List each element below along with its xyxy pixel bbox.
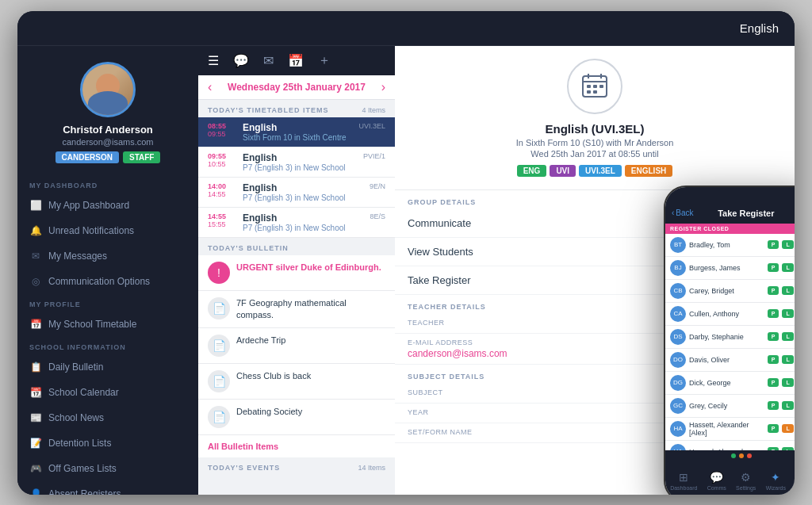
sidebar-item-off-games-lists[interactable]: 🎮 Off Games Lists	[17, 456, 198, 481]
item-subtitle: Sixth Form 10 in Sixth Centre	[243, 133, 347, 142]
avatar	[80, 62, 136, 117]
list-item[interactable]: CB Carey, Bridget P L Ab	[665, 280, 795, 303]
bulletin-text: 7F Geography mathematical compass.	[236, 297, 385, 322]
sidebar-item-label: My School Timetable	[48, 319, 136, 330]
present-btn[interactable]: P	[768, 286, 779, 295]
bulletin-item-1[interactable]: 📄 7F Geography mathematical compass.	[198, 291, 395, 329]
prev-date-arrow[interactable]: ‹	[208, 80, 212, 94]
present-btn[interactable]: P	[768, 378, 779, 387]
phone-nav-dashboard[interactable]: ⊞ Dashboard	[670, 471, 697, 491]
phone-screen: 23:47 ‹ Back Take Register 🔍 REGISTER CL…	[665, 187, 795, 495]
svg-rect-4	[587, 85, 591, 88]
late-btn[interactable]: L	[782, 401, 793, 410]
phone-back-button[interactable]: ‹ Back	[672, 209, 694, 217]
item-subtitle: P7 (English 3) in New School	[243, 163, 346, 172]
calendar-nav-icon[interactable]: 📅	[288, 53, 304, 68]
present-btn[interactable]: P	[768, 240, 779, 249]
all-bulletin-link[interactable]: All Bulletin Items	[198, 435, 395, 457]
student-name: Dick, George	[689, 379, 764, 387]
message-icon: ✉	[29, 250, 42, 262]
sidebar-item-school-calendar[interactable]: 📆 School Calendar	[17, 380, 198, 405]
sidebar-item-daily-bulletin[interactable]: 📋 Daily Bulletin	[17, 354, 198, 380]
late-btn[interactable]: L	[782, 240, 793, 249]
user-name: Christof Anderson	[63, 124, 153, 136]
list-item[interactable]: DO Davis, Oliver P L Ab	[665, 349, 795, 372]
nav-settings-label: Settings	[736, 485, 756, 491]
phone-student-list: BT Bradley, Tom P L Ab BJ Burgess, James…	[665, 234, 795, 450]
bulletin-item-3[interactable]: 📄 Chess Club is back	[198, 364, 395, 400]
late-btn[interactable]: L	[782, 378, 793, 387]
sidebar-item-detention-lists[interactable]: 📝 Detention Lists	[17, 430, 198, 456]
hamburger-icon[interactable]: ☰	[208, 53, 219, 68]
student-name: Hassett, Alexander [Alex]	[689, 421, 764, 437]
news-icon: 📰	[29, 411, 42, 424]
present-btn[interactable]: P	[768, 424, 779, 433]
section-label-school: SCHOOL INFORMATION	[17, 337, 198, 354]
student-name: Cullen, Anthony	[689, 310, 764, 318]
phone-nav-comms[interactable]: 💬 Comms	[707, 471, 726, 491]
item-info: English Sixth Form 10 in Sixth Centre	[243, 122, 347, 142]
badge-canderson: CANDERSON	[56, 151, 119, 163]
list-item[interactable]: BT Bradley, Tom P L Ab	[665, 234, 795, 257]
late-btn[interactable]: L	[782, 309, 793, 318]
timetable-item-1[interactable]: 09:55 10:55 English P7 (English 3) in Ne…	[198, 147, 395, 178]
list-item[interactable]: DG Dick, George P L Ab	[665, 372, 795, 395]
list-item[interactable]: HA Howard, Alexander P L Ab	[665, 441, 795, 450]
timetable-section-header: TODAY'S TIMETABLED ITEMS 4 Items	[198, 100, 395, 117]
nav-icons: ☰ 💬 ✉ 📅 ＋	[208, 52, 331, 69]
present-btn[interactable]: P	[768, 332, 779, 341]
time-end: 15:55	[208, 220, 236, 228]
time-start: 08:55	[208, 122, 236, 130]
class-detail-2: Wed 25th Jan 2017 at 08:55 until	[530, 149, 658, 159]
late-btn[interactable]: L	[782, 332, 793, 341]
list-item[interactable]: DS Darby, Stephanie P L Ab	[665, 326, 795, 349]
timetable-item-2[interactable]: 14:00 14:55 English P7 (English 3) in Ne…	[198, 178, 395, 208]
sidebar-item-communication-options[interactable]: ◎ Communication Options	[17, 269, 198, 294]
bulletin-item-2[interactable]: 📄 Ardeche Trip	[198, 328, 395, 364]
list-item[interactable]: HA Hassett, Alexander [Alex] P L Ab	[665, 418, 795, 441]
sidebar-item-my-messages[interactable]: ✉ My Messages	[17, 243, 198, 269]
dot-absent	[747, 453, 752, 458]
list-item[interactable]: CA Cullen, Anthony P L Ab	[665, 303, 795, 326]
present-btn[interactable]: P	[768, 309, 779, 318]
chat-icon[interactable]: 💬	[233, 53, 249, 68]
phone-nav-settings[interactable]: ⚙ Settings	[736, 471, 756, 491]
sidebar-item-app-dashboard[interactable]: ⬜ My App Dashboard	[17, 193, 198, 218]
absent-icon: 👤	[29, 488, 42, 495]
user-profile: Christof Anderson canderson@isams.com CA…	[17, 54, 198, 175]
bulletin-item-4[interactable]: 📄 Debating Society	[198, 400, 395, 435]
late-btn[interactable]: L	[782, 424, 793, 433]
timetable-item-3[interactable]: 14:55 15:55 English P7 (English 3) in Ne…	[198, 208, 395, 238]
late-btn[interactable]: L	[782, 263, 793, 272]
plus-icon[interactable]: ＋	[318, 52, 331, 69]
sidebar-item-school-timetable[interactable]: 📅 My School Timetable	[17, 312, 198, 337]
item-subtitle: P7 (English 3) in New School	[243, 193, 346, 202]
time-range: 09:55 10:55	[208, 152, 236, 168]
student-name: Davis, Oliver	[689, 356, 764, 364]
sidebar-item-label: Off Games Lists	[48, 463, 117, 474]
present-btn[interactable]: P	[768, 263, 779, 272]
list-item[interactable]: BJ Burgess, James P L Ab	[665, 257, 795, 280]
timetable-item-0[interactable]: 08:55 09:55 English Sixth Form 10 in Six…	[198, 117, 395, 147]
present-btn[interactable]: P	[768, 355, 779, 364]
mail-icon[interactable]: ✉	[263, 53, 274, 68]
list-item[interactable]: GC Grey, Cecily P L Ab	[665, 395, 795, 418]
top-bar: English	[17, 11, 795, 46]
student-avatar: HA	[670, 444, 686, 450]
current-date: Wednesday 25th January 2017	[216, 82, 376, 93]
sidebar-item-unread-notifications[interactable]: 🔔 Unread Notifications	[17, 218, 198, 243]
sidebar-item-school-news[interactable]: 📰 School News	[17, 405, 198, 430]
next-date-arrow[interactable]: ›	[381, 80, 385, 94]
present-btn[interactable]: P	[768, 401, 779, 410]
student-avatar: CB	[670, 283, 686, 299]
bulletin-item-0[interactable]: ! URGENT silver Duke of Edinburgh.	[198, 255, 395, 291]
phone-nav-wizards[interactable]: ✦ Wizards	[766, 471, 786, 491]
sidebar: Christof Anderson canderson@isams.com CA…	[17, 46, 198, 495]
class-detail-1: In Sixth Form 10 (S10) with Mr Anderson	[516, 138, 674, 147]
item-title: English	[243, 152, 346, 163]
dot-present	[731, 453, 736, 458]
late-btn[interactable]: L	[782, 286, 793, 295]
section-label-dashboard: MY DASHBOARD	[17, 175, 198, 193]
late-btn[interactable]: L	[782, 355, 793, 364]
sidebar-item-absent-registers[interactable]: 👤 Absent Registers	[17, 481, 198, 495]
